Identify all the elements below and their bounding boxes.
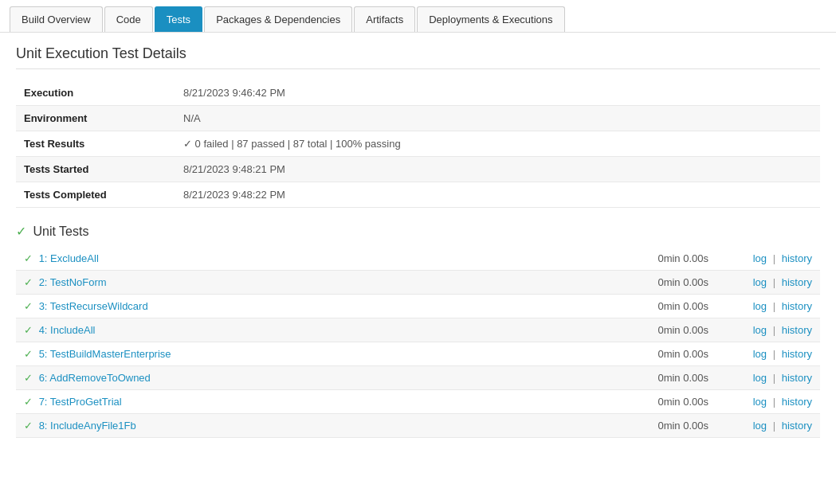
test-duration: 0min 0.00s: [621, 318, 716, 342]
detail-row-environment: Environment N/A: [16, 106, 820, 131]
test-list-row: ✓ 3: TestRecurseWildcard 0min 0.00s log …: [16, 295, 820, 318]
tab-build-overview[interactable]: Build Overview: [10, 6, 103, 32]
test-duration: 0min 0.00s: [621, 342, 716, 366]
detail-label-environment: Environment: [16, 106, 175, 131]
test-check-icon: ✓: [24, 324, 33, 336]
test-actions: log | history: [716, 318, 820, 342]
test-name-cell: ✓ 2: TestNoForm: [16, 271, 621, 295]
test-check-icon: ✓: [24, 300, 33, 312]
test-log-link[interactable]: log: [753, 276, 767, 288]
test-duration: 0min 0.00s: [621, 295, 716, 318]
test-name-cell: ✓ 5: TestBuildMasterEnterprise: [16, 342, 621, 366]
test-check-icon: ✓: [24, 348, 33, 360]
test-log-link[interactable]: log: [753, 396, 767, 408]
test-log-link[interactable]: log: [753, 348, 767, 360]
test-log-link[interactable]: log: [753, 300, 767, 312]
tab-artifacts[interactable]: Artifacts: [354, 6, 415, 32]
test-log-link[interactable]: log: [753, 372, 767, 384]
details-table: Execution 8/21/2023 9:46:42 PM Environme…: [16, 80, 820, 208]
test-list-table: ✓ 1: ExcludeAll 0min 0.00s log | history…: [16, 247, 820, 438]
test-name-link[interactable]: 6: AddRemoveToOwned: [39, 372, 151, 384]
test-actions: log | history: [716, 295, 820, 318]
test-log-link[interactable]: log: [753, 420, 767, 432]
test-actions: log | history: [716, 342, 820, 366]
test-list-row: ✓ 5: TestBuildMasterEnterprise 0min 0.00…: [16, 342, 820, 366]
action-separator: |: [773, 396, 779, 408]
test-list-row: ✓ 7: TestProGetTrial 0min 0.00s log | hi…: [16, 390, 820, 414]
detail-label-tests-started: Tests Started: [16, 157, 175, 182]
action-separator: |: [773, 300, 779, 312]
test-duration: 0min 0.00s: [621, 247, 716, 271]
detail-label-tests-completed: Tests Completed: [16, 182, 175, 208]
test-name-cell: ✓ 1: ExcludeAll: [16, 247, 621, 271]
tab-tests[interactable]: Tests: [155, 6, 202, 32]
action-separator: |: [773, 348, 779, 360]
test-actions: log | history: [716, 414, 820, 438]
test-check-icon: ✓: [24, 276, 33, 288]
detail-row-execution: Execution 8/21/2023 9:46:42 PM: [16, 80, 820, 106]
detail-value-execution: 8/21/2023 9:46:42 PM: [175, 80, 820, 106]
test-list-row: ✓ 1: ExcludeAll 0min 0.00s log | history: [16, 247, 820, 271]
action-separator: |: [773, 276, 779, 288]
detail-value-tests-started: 8/21/2023 9:48:21 PM: [175, 157, 820, 182]
detail-value-environment: N/A: [175, 106, 820, 131]
action-separator: |: [773, 420, 779, 432]
detail-value-test-results: ✓ 0 failed | 87 passed | 87 total | 100%…: [175, 131, 820, 157]
test-history-link[interactable]: history: [782, 252, 812, 264]
test-history-link[interactable]: history: [782, 372, 812, 384]
section-check-icon: ✓: [16, 224, 26, 239]
test-name-link[interactable]: 8: IncludeAnyFile1Fb: [39, 420, 136, 432]
test-check-icon: ✓: [24, 396, 33, 408]
action-separator: |: [773, 252, 779, 264]
page-title: Unit Execution Test Details: [16, 45, 820, 69]
test-name-cell: ✓ 8: IncludeAnyFile1Fb: [16, 414, 621, 438]
top-navigation: Build Overview Code Tests Packages & Dep…: [0, 0, 836, 33]
test-name-cell: ✓ 3: TestRecurseWildcard: [16, 295, 621, 318]
test-name-cell: ✓ 4: IncludeAll: [16, 318, 621, 342]
test-history-link[interactable]: history: [782, 276, 812, 288]
test-history-link[interactable]: history: [782, 420, 812, 432]
test-history-link[interactable]: history: [782, 396, 812, 408]
detail-value-tests-completed: 8/21/2023 9:48:22 PM: [175, 182, 820, 208]
test-name-link[interactable]: 5: TestBuildMasterEnterprise: [39, 348, 171, 360]
test-actions: log | history: [716, 271, 820, 295]
detail-label-execution: Execution: [16, 80, 175, 106]
tab-packages-dependencies[interactable]: Packages & Dependencies: [204, 6, 352, 32]
test-name-link[interactable]: 2: TestNoForm: [39, 276, 107, 288]
test-list-row: ✓ 8: IncludeAnyFile1Fb 0min 0.00s log | …: [16, 414, 820, 438]
test-history-link[interactable]: history: [782, 300, 812, 312]
test-actions: log | history: [716, 247, 820, 271]
test-list-row: ✓ 6: AddRemoveToOwned 0min 0.00s log | h…: [16, 366, 820, 390]
test-check-icon: ✓: [24, 372, 33, 384]
test-name-link[interactable]: 3: TestRecurseWildcard: [39, 300, 148, 312]
tab-code[interactable]: Code: [104, 6, 153, 32]
test-history-link[interactable]: history: [782, 348, 812, 360]
detail-label-test-results: Test Results: [16, 131, 175, 157]
test-actions: log | history: [716, 390, 820, 414]
test-name-cell: ✓ 7: TestProGetTrial: [16, 390, 621, 414]
test-check-icon: ✓: [24, 252, 33, 264]
test-list-row: ✓ 4: IncludeAll 0min 0.00s log | history: [16, 318, 820, 342]
test-duration: 0min 0.00s: [621, 414, 716, 438]
test-duration: 0min 0.00s: [621, 271, 716, 295]
test-duration: 0min 0.00s: [621, 390, 716, 414]
action-separator: |: [773, 372, 779, 384]
test-name-link[interactable]: 1: ExcludeAll: [39, 252, 99, 264]
tab-deployments-executions[interactable]: Deployments & Executions: [417, 6, 564, 32]
detail-row-tests-started: Tests Started 8/21/2023 9:48:21 PM: [16, 157, 820, 182]
test-list-row: ✓ 2: TestNoForm 0min 0.00s log | history: [16, 271, 820, 295]
detail-row-test-results: Test Results ✓ 0 failed | 87 passed | 87…: [16, 131, 820, 157]
test-name-link[interactable]: 4: IncludeAll: [39, 324, 96, 336]
test-name-cell: ✓ 6: AddRemoveToOwned: [16, 366, 621, 390]
main-content: Unit Execution Test Details Execution 8/…: [0, 33, 836, 451]
action-separator: |: [773, 324, 779, 336]
test-history-link[interactable]: history: [782, 324, 812, 336]
test-check-icon: ✓: [24, 420, 33, 432]
test-name-link[interactable]: 7: TestProGetTrial: [39, 396, 122, 408]
test-log-link[interactable]: log: [753, 324, 767, 336]
detail-row-tests-completed: Tests Completed 8/21/2023 9:48:22 PM: [16, 182, 820, 208]
unit-tests-section-title: Unit Tests: [33, 225, 88, 239]
unit-tests-section-header: ✓ Unit Tests: [16, 224, 820, 239]
test-log-link[interactable]: log: [753, 252, 767, 264]
test-duration: 0min 0.00s: [621, 366, 716, 390]
